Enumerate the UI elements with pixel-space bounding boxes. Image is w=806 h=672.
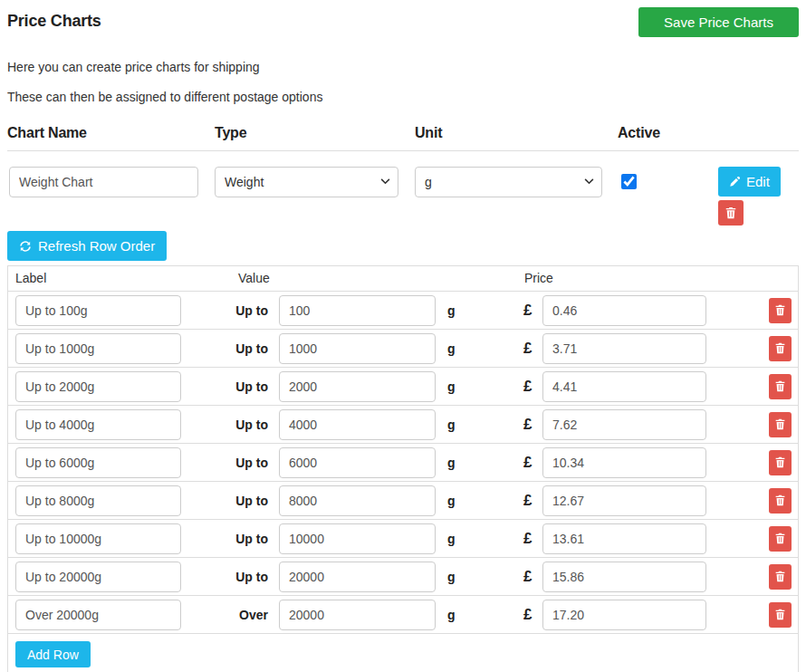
row-currency-label: £ xyxy=(523,492,542,510)
row-unit-label: g xyxy=(446,532,523,546)
page-title: Price Charts xyxy=(7,12,101,31)
row-price-input[interactable] xyxy=(542,295,706,326)
trash-icon xyxy=(774,342,786,354)
row-price-input[interactable] xyxy=(542,409,706,440)
row-price-input[interactable] xyxy=(542,600,706,630)
add-row-bar: Add Row xyxy=(8,633,798,672)
row-value-input[interactable] xyxy=(279,562,436,592)
row-currency-label: £ xyxy=(523,530,542,548)
save-price-charts-button[interactable]: Save Price Charts xyxy=(638,7,799,37)
row-value-cell xyxy=(279,333,446,364)
row-label-input[interactable] xyxy=(15,523,181,554)
row-unit-label: g xyxy=(446,341,523,356)
chart-unit-cell: g xyxy=(415,167,618,197)
row-label-cell xyxy=(8,333,188,364)
row-currency-label: £ xyxy=(523,454,542,472)
row-price-input[interactable] xyxy=(542,562,706,592)
actions-header-spacer xyxy=(718,125,799,141)
row-label-input[interactable] xyxy=(15,371,181,402)
trash-icon xyxy=(774,380,786,392)
row-price-cell xyxy=(542,600,715,630)
delete-row-button[interactable] xyxy=(769,602,792,628)
price-rows-header: Label Value Price xyxy=(8,266,798,291)
row-label-input[interactable] xyxy=(15,562,181,592)
delete-row-button[interactable] xyxy=(769,488,792,514)
row-value-cell xyxy=(279,600,446,630)
row-qualifier-label: Up to xyxy=(188,570,279,584)
price-row: Over g £ xyxy=(8,595,798,633)
row-qualifier-label: Up to xyxy=(188,494,279,508)
delete-row-button[interactable] xyxy=(769,450,792,475)
row-price-input[interactable] xyxy=(542,447,706,478)
price-row: Up to g £ xyxy=(8,519,798,557)
row-price-cell xyxy=(542,409,715,440)
row-price-cell xyxy=(542,485,715,516)
refresh-button-label: Refresh Row Order xyxy=(38,238,155,254)
delete-row-button[interactable] xyxy=(769,526,792,552)
trash-icon xyxy=(774,304,786,316)
row-value-input[interactable] xyxy=(279,371,436,402)
price-row: Up to g £ xyxy=(8,405,798,443)
unit-header: Unit xyxy=(415,125,618,141)
trash-icon xyxy=(774,494,786,506)
row-value-input[interactable] xyxy=(279,447,436,478)
delete-row-button[interactable] xyxy=(769,336,792,361)
row-value-input[interactable] xyxy=(279,485,436,516)
trash-icon xyxy=(774,456,786,468)
row-label-cell xyxy=(8,409,188,440)
row-unit-label: g xyxy=(446,303,523,318)
row-value-input[interactable] xyxy=(279,600,436,630)
refresh-icon xyxy=(19,240,32,253)
row-unit-label: g xyxy=(446,570,523,584)
chart-type-cell: Weight xyxy=(215,167,415,197)
row-label-input[interactable] xyxy=(15,447,181,478)
row-label-cell xyxy=(8,371,188,402)
row-value-input[interactable] xyxy=(279,523,436,554)
delete-chart-button[interactable] xyxy=(718,200,744,226)
refresh-row-order-button[interactable]: Refresh Row Order xyxy=(7,231,167,261)
delete-row-button[interactable] xyxy=(769,412,792,437)
type-header: Type xyxy=(215,125,415,141)
row-currency-label: £ xyxy=(523,302,542,320)
trash-icon xyxy=(774,418,786,430)
row-value-cell xyxy=(279,447,446,478)
row-label-cell xyxy=(8,295,188,326)
row-price-input[interactable] xyxy=(542,485,706,516)
row-label-cell xyxy=(8,600,188,630)
row-price-input[interactable] xyxy=(542,333,706,364)
row-label-input[interactable] xyxy=(15,333,181,364)
row-qualifier-label: Up to xyxy=(188,456,279,470)
delete-row-button[interactable] xyxy=(769,298,792,323)
add-row-button[interactable]: Add Row xyxy=(15,641,91,667)
chart-name-input[interactable] xyxy=(9,167,198,197)
chart-type-select[interactable]: Weight xyxy=(215,167,398,197)
delete-row-button[interactable] xyxy=(769,564,792,590)
row-value-input[interactable] xyxy=(279,333,436,364)
chart-actions-cell: Edit xyxy=(718,167,799,226)
row-label-input[interactable] xyxy=(15,295,181,326)
row-label-input[interactable] xyxy=(15,485,181,516)
trash-icon xyxy=(724,206,737,219)
row-price-cell xyxy=(542,447,715,478)
label-column-header: Label xyxy=(8,271,231,285)
row-price-input[interactable] xyxy=(542,371,706,402)
row-value-cell xyxy=(279,295,446,326)
row-label-cell xyxy=(8,562,188,592)
value-column-header: Value xyxy=(231,271,517,285)
row-price-cell xyxy=(542,295,715,326)
chart-unit-select[interactable]: g xyxy=(415,167,602,197)
row-qualifier-label: Up to xyxy=(188,418,279,432)
edit-chart-button[interactable]: Edit xyxy=(718,167,781,197)
trash-icon xyxy=(774,533,786,544)
delete-row-button[interactable] xyxy=(769,374,792,399)
row-label-input[interactable] xyxy=(15,409,181,440)
row-value-cell xyxy=(279,523,446,554)
row-price-input[interactable] xyxy=(542,523,706,554)
row-delete-cell xyxy=(715,564,798,590)
row-delete-cell xyxy=(715,374,798,399)
page-header: Price Charts Save Price Charts xyxy=(7,7,799,37)
row-value-input[interactable] xyxy=(279,295,436,326)
row-value-input[interactable] xyxy=(279,409,436,440)
row-label-input[interactable] xyxy=(15,600,181,630)
active-checkbox[interactable] xyxy=(621,174,637,189)
